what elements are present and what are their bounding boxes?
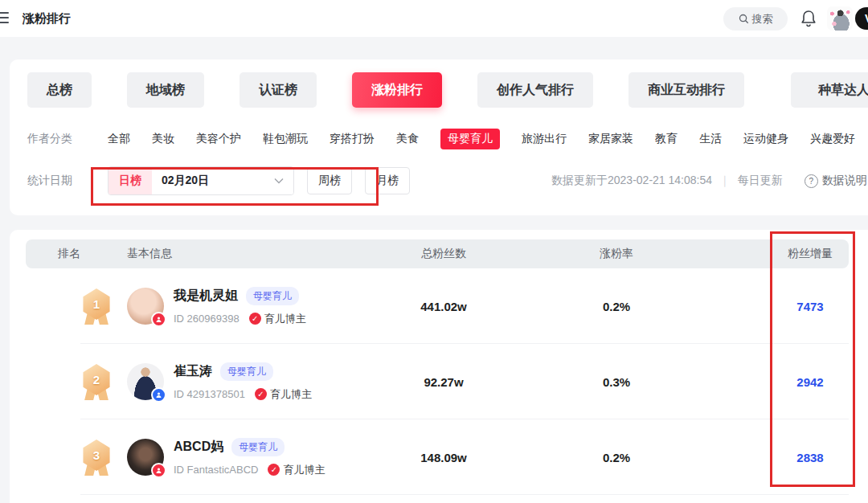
category-shoes-bags[interactable]: 鞋包潮玩 (263, 132, 308, 146)
category-education[interactable]: 教育 (655, 132, 678, 146)
data-help-link[interactable]: ? 数据说明 (805, 174, 867, 188)
creator-avatar[interactable] (127, 288, 164, 325)
category-personal-care[interactable]: 美容个护 (196, 132, 241, 146)
table-row[interactable]: 3 ABCD妈 母婴育儿 ID FantasticABCD (26, 419, 868, 495)
creator-category-tag[interactable]: 母婴育儿 (246, 287, 299, 305)
creator-avatar[interactable] (127, 439, 164, 476)
update-frequency: 每日更新 (738, 174, 783, 188)
date-filter-row: 统计日期 日榜 02月20日 周榜 月榜 数据更新于2023-02-21 14:… (27, 167, 868, 194)
top-bar: 涨粉排行 搜索 V (0, 0, 868, 37)
user-avatar[interactable] (827, 6, 853, 31)
page-title: 涨粉排行 (23, 0, 71, 37)
chevron-down-icon (274, 178, 284, 184)
creator-id: ID 4291378501 (174, 388, 245, 400)
creator-avatar[interactable] (127, 363, 164, 400)
rank-3-medal-icon: 3 (80, 439, 113, 476)
ranking-table-card: 排名 基本信息 总粉丝数 涨粉率 粉丝增量 1 我是 (10, 230, 868, 503)
follower-gain-value[interactable]: 7473 (709, 300, 868, 313)
ranking-filter-card: 总榜 地域榜 认证榜 涨粉排行 创作人气排行 商业互动排行 种草达人榜 作者分类… (10, 59, 868, 215)
column-header-total-followers: 总粉丝数 (363, 247, 524, 261)
tab-business-interaction-ranking[interactable]: 商业互动排行 (628, 72, 744, 108)
creator-category-tag[interactable]: 母婴育儿 (231, 438, 285, 456)
verified-badge: ✓ 育儿博主 (249, 312, 306, 326)
tab-verified-ranking[interactable]: 认证榜 (240, 72, 317, 108)
verified-label: 育儿博主 (283, 463, 325, 477)
category-life[interactable]: 生活 (699, 132, 722, 146)
total-followers-value: 148.09w (363, 451, 524, 464)
person-badge-icon (151, 463, 166, 478)
table-row[interactable]: 1 我是机灵姐 母婴育儿 ID 260969398 (26, 268, 868, 344)
category-mother-baby[interactable]: 母婴育儿 (440, 129, 500, 149)
data-help-label: 数据说明 (822, 174, 867, 188)
growth-rate-value: 0.3% (524, 375, 709, 389)
menu-icon[interactable] (0, 12, 9, 23)
creator-name[interactable]: 崔玉涛 (174, 363, 212, 380)
verified-label: 育儿博主 (264, 312, 306, 326)
tab-total-ranking[interactable]: 总榜 (27, 72, 92, 108)
category-food[interactable]: 美食 (396, 132, 419, 146)
verified-check-icon: ✓ (268, 464, 280, 476)
tab-creator-popularity-ranking[interactable]: 创作人气排行 (477, 72, 593, 108)
column-header-basic-info: 基本信息 (113, 247, 363, 261)
creator-id: ID 260969398 (174, 313, 240, 325)
total-followers-value: 441.02w (363, 300, 524, 313)
creator-name[interactable]: ABCD妈 (174, 439, 223, 456)
vip-badge-button[interactable]: V (855, 7, 868, 30)
creator-id: ID FantasticABCD (174, 464, 258, 476)
search-label: 搜索 (752, 12, 773, 27)
table-header-row: 排名 基本信息 总粉丝数 涨粉率 粉丝增量 (26, 239, 849, 268)
tab-follower-growth-ranking[interactable]: 涨粉排行 (352, 72, 442, 108)
category-fashion[interactable]: 穿搭打扮 (330, 132, 375, 146)
table-body: 1 我是机灵姐 母婴育儿 ID 260969398 (26, 268, 868, 495)
date-value: 02月20日 (162, 174, 209, 188)
notification-bell-icon[interactable] (800, 9, 817, 28)
meta-separator: ｜ (719, 174, 731, 188)
category-home[interactable]: 家居家装 (588, 132, 633, 146)
daily-date-dropdown[interactable]: 日榜 02月20日 (108, 166, 294, 195)
verified-label: 育儿博主 (270, 387, 312, 402)
daily-tab-label[interactable]: 日榜 (108, 167, 152, 194)
date-value-select[interactable]: 02月20日 (152, 167, 293, 194)
tab-region-ranking[interactable]: 地域榜 (127, 72, 204, 108)
person-badge-icon (151, 387, 166, 403)
update-timestamp: 数据更新于2023-02-21 14:08:54 (551, 174, 712, 188)
weekly-ranking-button[interactable]: 周榜 (307, 167, 352, 194)
total-followers-value: 92.27w (363, 375, 524, 389)
column-header-growth-rate: 涨粉率 (524, 247, 709, 261)
ranking-tabs: 总榜 地域榜 认证榜 涨粉排行 创作人气排行 商业互动排行 种草达人榜 (27, 72, 868, 108)
verified-check-icon: ✓ (255, 388, 267, 400)
growth-rate-value: 0.2% (524, 451, 709, 464)
follower-gain-value[interactable]: 2942 (709, 375, 868, 389)
creator-name[interactable]: 我是机灵姐 (174, 288, 238, 305)
rank-number: 2 (93, 373, 100, 386)
follower-ranking-page: { "header": { "title": "涨粉排行", "search_l… (0, 0, 868, 503)
category-beauty[interactable]: 美妆 (152, 132, 174, 146)
verified-badge: ✓ 育儿博主 (268, 463, 325, 477)
date-filter-label: 统计日期 (27, 174, 84, 188)
category-fitness[interactable]: 运动健身 (743, 132, 788, 146)
rank-2-medal-icon: 2 (80, 363, 113, 400)
category-filter-label: 作者分类 (27, 132, 84, 146)
column-header-follower-gain: 粉丝增量 (709, 247, 849, 261)
rank-1-medal-icon: 1 (80, 288, 113, 325)
search-button[interactable]: 搜索 (723, 7, 788, 31)
category-list: 全部 美妆 美容个护 鞋包潮玩 穿搭打扮 美食 母婴育儿 旅游出行 家居家装 教… (108, 129, 868, 149)
category-travel[interactable]: 旅游出行 (522, 132, 567, 146)
table-row[interactable]: 2 崔玉涛 母婴育儿 ID 4291378501 (26, 344, 868, 419)
search-icon (739, 14, 749, 24)
category-all[interactable]: 全部 (108, 132, 130, 146)
verified-badge: ✓ 育儿博主 (255, 387, 312, 402)
verified-check-icon: ✓ (249, 313, 261, 325)
category-hobby[interactable]: 兴趣爱好 (810, 132, 855, 146)
category-filter-row: 作者分类 全部 美妆 美容个护 鞋包潮玩 穿搭打扮 美食 母婴育儿 旅游出行 家… (27, 129, 868, 149)
question-circle-icon: ? (805, 174, 818, 188)
growth-rate-value: 0.2% (524, 300, 709, 313)
rank-number: 1 (93, 297, 100, 311)
tab-seeding-expert-ranking[interactable]: 种草达人榜 (791, 72, 868, 108)
monthly-ranking-button[interactable]: 月榜 (365, 167, 410, 194)
data-update-meta: 数据更新于2023-02-21 14:08:54 ｜ 每日更新 ? 数据说明 X… (551, 167, 868, 194)
follower-gain-value[interactable]: 2838 (709, 451, 868, 464)
creator-category-tag[interactable]: 母婴育儿 (220, 362, 273, 381)
column-header-rank: 排名 (26, 247, 113, 261)
rank-number: 3 (93, 448, 100, 462)
